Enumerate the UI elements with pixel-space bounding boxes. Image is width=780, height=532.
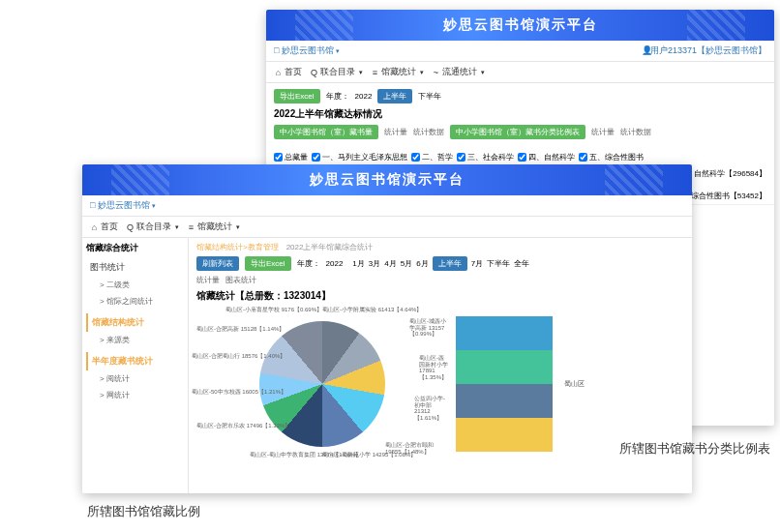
year-label: 年度： [326, 91, 349, 102]
category-checkbox[interactable]: 五、综合性图书 [579, 152, 644, 163]
tab-chart[interactable]: 图表统计 [225, 275, 256, 285]
category-checkbox[interactable]: 一、马列主义毛泽东思想 [312, 152, 407, 163]
sidebar: 馆藏综合统计 图书统计> 二级类> 馆际之间统计馆藏结构统计> 来源类半年度藏书… [82, 238, 189, 493]
heading: 2022上半年馆藏达标情况 [274, 107, 766, 121]
half2-button[interactable]: 下半年 [487, 259, 510, 268]
home-icon: ⌂ [90, 222, 99, 232]
pie-label: 蜀山区-小学附属实验 61413【4.64%】 [322, 307, 422, 313]
month-link[interactable]: 5月 [401, 259, 412, 268]
pie-label: 蜀山区-蜀山中学教育集团 13974【1.06%】 [250, 452, 361, 458]
category-checkbox[interactable]: 三、社会科学 [457, 152, 514, 163]
tab-1[interactable]: 中小学图书馆（室）藏书量 [274, 125, 378, 139]
banner-title: 妙思云图书馆演示平台 [310, 171, 465, 189]
sidebar-item[interactable]: > 馆际之间统计 [86, 293, 184, 310]
export-button[interactable]: 导出Excel [274, 89, 320, 103]
pie-label: 蜀山区-西园新村小学 17891【1.35%】 [419, 355, 448, 380]
pie-label: 蜀山区-50中东校西 16005【1.21%】 [192, 389, 286, 396]
tab-stats[interactable]: 统计量 [196, 275, 220, 285]
month-link[interactable]: 7月 [471, 259, 483, 268]
sidebar-item[interactable]: 图书统计 [86, 258, 184, 277]
all-year[interactable]: 全年 [514, 259, 529, 268]
user-info[interactable]: 👤用户213371【妙思云图书馆】 [642, 44, 766, 57]
month-link[interactable]: 4月 [384, 259, 396, 268]
navbar: ⌂首页 Q联合目录 ≡馆藏统计 [82, 217, 692, 238]
year-label: 年度： [297, 258, 320, 269]
library-selector[interactable]: □ 妙思云图书馆 [90, 199, 156, 212]
nav-circ[interactable]: ~流通统计 [432, 66, 485, 78]
half2-button[interactable]: 下半年 [418, 91, 441, 102]
half1-button[interactable]: 上半年 [377, 89, 412, 103]
tab-4[interactable]: 中小学图书馆（室）藏书分类比例表 [450, 125, 585, 139]
sidebar-item[interactable]: 馆藏结构统计 [86, 313, 184, 332]
banner-title: 妙思云图书馆演示平台 [443, 16, 598, 34]
legend-block [456, 316, 553, 452]
banner: 妙思云图书馆演示平台 [82, 164, 692, 195]
pie-label: 蜀山区-合肥市乐农 17496【1.32%】 [196, 423, 290, 429]
navbar: ⌂首页 Q联合目录 ≡馆藏统计 ~流通统计 [266, 62, 774, 83]
month-link[interactable]: 3月 [369, 259, 380, 268]
sidebar-item[interactable]: > 网统计 [86, 387, 184, 403]
topbar: □ 妙思云图书馆 👤用户213371【妙思云图书馆】 [266, 41, 774, 62]
user-icon: 👤 [642, 45, 650, 55]
caption-2: 所辖图书馆藏书分类比例表 [619, 440, 770, 458]
tab-2[interactable]: 统计量 [384, 127, 407, 137]
sidebar-item[interactable]: > 来源类 [86, 332, 184, 348]
category-checkboxes: 总藏量一、马列主义毛泽东思想二、哲学三、社会科学四、自然科学五、综合性图书 [266, 149, 774, 165]
caption-1: 所辖图书馆馆藏比例 [87, 503, 200, 520]
search-icon: Q [126, 222, 135, 232]
chart-icon: ≡ [187, 222, 195, 232]
pie-label: 蜀山区-合肥蜀山行 18576【1.40%】 [192, 353, 285, 360]
tab-3[interactable]: 统计数据 [413, 127, 444, 137]
category-checkbox[interactable]: 四、自然科学 [518, 152, 575, 163]
tab-6[interactable]: 统计数据 [620, 127, 651, 137]
pie-label: 蜀山区-城西小学高新 13157【0.99%】 [409, 318, 448, 338]
front-window: 妙思云图书馆演示平台 □ 妙思云图书馆 ⌂首页 Q联合目录 ≡馆藏统计 馆藏综合… [82, 164, 692, 493]
year-value: 2022 [326, 259, 344, 268]
pie-label: 公益四小学-初中部 21312【1.61%】 [414, 396, 448, 421]
nav-collection[interactable]: ≡馆藏统计 [187, 221, 240, 233]
export-button[interactable]: 导出Excel [245, 256, 291, 271]
pie-label: 蜀山区-合肥高新 15128【1.14%】 [196, 326, 285, 333]
pie-chart: 蜀山区-小庙育星学校 9176【0.69%】蜀山区-小学附属实验 61413【4… [196, 307, 448, 461]
category-checkbox[interactable]: 二、哲学 [411, 152, 453, 163]
month-link[interactable]: 1月 [352, 259, 364, 268]
tab-5[interactable]: 统计量 [591, 127, 615, 137]
nav-collection[interactable]: ≡馆藏统计 [371, 66, 424, 78]
main-content: 馆藏结构统计>教育管理 2022上半年馆藏综合统计 刷新列表 导出Excel 年… [189, 238, 692, 493]
category-checkbox[interactable]: 总藏量 [274, 152, 308, 163]
total-row: 馆藏统计【总册数：1323014】 [196, 289, 684, 303]
library-selector[interactable]: □ 妙思云图书馆 [274, 44, 340, 57]
pie-label: 蜀山区-小庙育星学校 9176【0.69%】 [225, 307, 322, 313]
home-icon: ⌂ [274, 68, 283, 77]
nav-union[interactable]: Q联合目录 [126, 221, 179, 233]
search-icon: Q [310, 68, 318, 77]
refresh-button[interactable]: 刷新列表 [196, 256, 239, 271]
legend-label: 蜀山区 [564, 379, 585, 389]
sidebar-item[interactable]: > 阅统计 [86, 370, 184, 387]
topbar: □ 妙思云图书馆 [82, 195, 692, 217]
half1-button[interactable]: 上半年 [433, 256, 467, 271]
sidebar-title: 馆藏综合统计 [86, 242, 184, 254]
chart-icon: ≡ [371, 68, 379, 77]
sidebar-item[interactable]: 半年度藏书统计 [86, 352, 184, 370]
nav-home[interactable]: ⌂首页 [90, 221, 118, 233]
nav-union[interactable]: Q联合目录 [310, 66, 363, 78]
sidebar-item[interactable]: > 二级类 [86, 277, 184, 293]
breadcrumb: 馆藏结构统计>教育管理 2022上半年馆藏综合统计 [196, 242, 684, 252]
banner: 妙思云图书馆演示平台 [266, 10, 774, 41]
trend-icon: ~ [432, 68, 440, 77]
year-value: 2022 [355, 92, 373, 101]
month-link[interactable]: 6月 [416, 259, 428, 268]
nav-home[interactable]: ⌂首页 [274, 66, 302, 78]
